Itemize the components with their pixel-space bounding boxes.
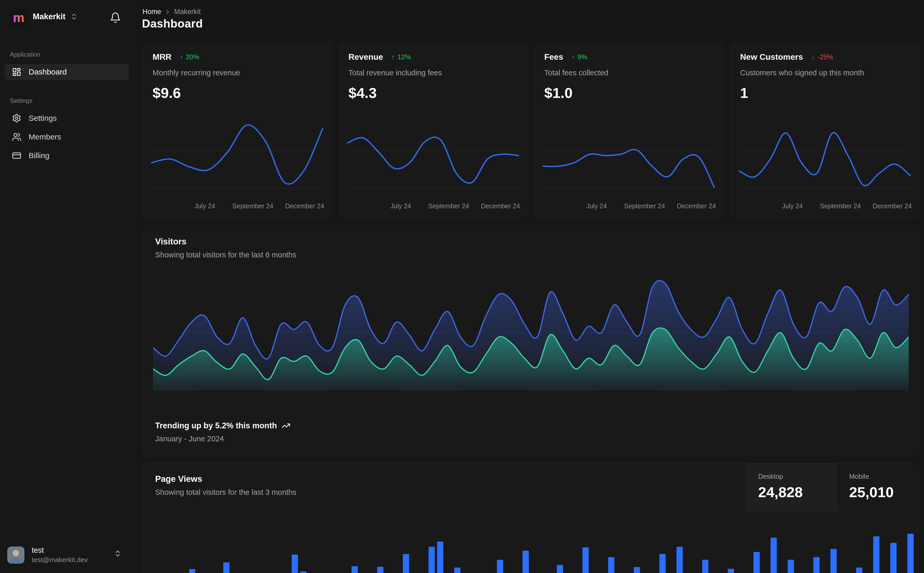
dashboard-icon [12, 67, 21, 77]
visitors-title: Visitors [155, 236, 187, 246]
sidebar-section-settings: Settings [10, 97, 33, 105]
mobile-toggle[interactable]: Mobile 25,010 [837, 463, 919, 512]
sidebar-item-billing[interactable]: Billing [5, 147, 129, 164]
stat-card-value: $1.0 [544, 85, 713, 101]
mrr-sparkline-chart [149, 115, 325, 194]
user-name: test [32, 546, 44, 554]
sidebar-item-dashboard[interactable]: Dashboard [5, 64, 129, 80]
axis-label: December 24 [285, 202, 324, 210]
stat-card-description: Customers who signed up this month [740, 69, 909, 77]
breadcrumb: Home Makerkit [143, 8, 201, 16]
x-axis: July 24 September 24 December 24 [143, 202, 331, 211]
axis-label: December 24 [481, 202, 520, 210]
sidebar-item-label: Billing [28, 151, 49, 160]
axis-label: July 24 [586, 202, 607, 210]
gear-icon [12, 114, 21, 123]
stat-card-fees: Fees ↑ 9% Total fees collected $1.0 July… [534, 42, 723, 218]
sidebar-item-label: Settings [28, 114, 56, 123]
stat-cards-row: MRR ↑ 20% Monthly recurring revenue $9.6… [143, 42, 919, 218]
trend-arrow-icon: ↑ [180, 53, 183, 61]
x-axis: July 24 September 24 December 24 [534, 202, 723, 211]
notifications-button[interactable] [109, 11, 122, 24]
visitors-period: January - June 2024 [155, 435, 224, 443]
axis-label: September 24 [624, 202, 665, 210]
visitors-subtitle: Showing total visitors for the last 6 mo… [155, 250, 296, 259]
axis-label: December 24 [677, 202, 716, 210]
stat-card-description: Monthly recurring revenue [152, 69, 321, 77]
desktop-label: Desktop [758, 473, 837, 481]
trend-arrow-icon: ↓ [811, 53, 814, 61]
page-views-header: Page Views Showing total visitors for th… [143, 463, 919, 512]
trend-badge: ↑ 20% [180, 53, 199, 61]
trend-arrow-icon: ↑ [571, 53, 575, 61]
desktop-value: 24,828 [758, 484, 837, 501]
axis-label: September 24 [232, 202, 273, 210]
user-avatar [7, 546, 24, 564]
stat-card-revenue: Revenue ↑ 12% Total revenue including fe… [339, 42, 527, 218]
workspace-name: Makerkit [33, 12, 66, 21]
bell-icon [110, 12, 121, 23]
stat-card-title: MRR [152, 52, 171, 62]
visitors-trending: Trending up by 5.2% this month [155, 421, 290, 431]
user-email: test@makerkit.dev [32, 556, 88, 564]
chevrons-up-down-icon [70, 13, 78, 20]
x-axis: July 24 September 24 December 24 [339, 202, 527, 211]
trend-badge: ↑ 12% [391, 53, 411, 61]
breadcrumb-current: Makerkit [174, 8, 201, 16]
axis-label: December 24 [873, 202, 912, 210]
dashboard-page: m Makerkit Application Dashboard Setting… [0, 0, 924, 573]
customers-sparkline-chart [737, 115, 912, 194]
workspace-selector[interactable]: Makerkit [33, 12, 78, 21]
sidebar-item-label: Members [28, 133, 61, 141]
credit-card-icon [12, 151, 21, 160]
trend-delta: 12% [397, 53, 411, 61]
axis-label: July 24 [391, 202, 411, 210]
trend-badge: ↑ 9% [571, 53, 587, 61]
revenue-sparkline-chart [345, 115, 521, 194]
sidebar-item-settings[interactable]: Settings [5, 110, 129, 126]
trend-arrow-icon: ↑ [391, 53, 395, 61]
trend-badge: ↓ -25% [811, 53, 833, 61]
page-title: Dashboard [142, 17, 203, 30]
page-views-card: Page Views Showing total visitors for th… [143, 463, 919, 573]
chevron-right-icon [164, 9, 171, 15]
page-views-title: Page Views [155, 474, 202, 484]
main-content: Home Makerkit Dashboard MRR ↑ 20% Monthl… [133, 0, 924, 573]
device-toggle-group: Desktop 24,828 Mobile 25,010 [746, 463, 919, 512]
sidebar-header: m Makerkit [0, 7, 133, 30]
x-axis: July 24 September 24 December 24 [730, 202, 919, 211]
trend-delta: 9% [577, 53, 587, 61]
sidebar: m Makerkit Application Dashboard Setting… [0, 0, 134, 573]
stat-card-title: New Customers [740, 52, 803, 62]
page-views-subtitle: Showing total visitors for the last 3 mo… [155, 488, 296, 496]
mobile-label: Mobile [849, 473, 919, 481]
stat-card-title: Fees [544, 52, 563, 62]
stat-card-description: Total revenue including fees [348, 69, 517, 77]
chevrons-up-down-icon [114, 550, 122, 557]
stat-card-mrr: MRR ↑ 20% Monthly recurring revenue $9.6… [143, 42, 331, 218]
sidebar-item-members[interactable]: Members [5, 129, 129, 145]
makerkit-logo: m [9, 8, 28, 27]
stat-card-description: Total fees collected [544, 69, 713, 77]
visitors-area-chart [153, 275, 909, 391]
breadcrumb-home[interactable]: Home [143, 8, 161, 16]
axis-label: July 24 [782, 202, 803, 210]
trend-delta: 20% [186, 53, 199, 61]
stat-card-title: Revenue [348, 52, 383, 62]
sidebar-section-application: Application [10, 51, 40, 58]
stat-card-value: $9.6 [152, 85, 321, 101]
mobile-value: 25,010 [849, 484, 919, 501]
visitors-trending-text: Trending up by 5.2% this month [155, 421, 277, 431]
axis-label: September 24 [428, 202, 469, 210]
axis-label: September 24 [820, 202, 861, 210]
user-menu[interactable]: test test@makerkit.dev [0, 539, 133, 573]
visitors-card: Visitors Showing total visitors for the … [143, 225, 919, 456]
users-icon [12, 132, 21, 142]
logo-letter: m [13, 11, 24, 24]
stat-card-new-customers: New Customers ↓ -25% Customers who signe… [730, 42, 919, 218]
stat-card-value: $4.3 [348, 85, 517, 101]
trend-delta: -25% [817, 53, 833, 61]
stat-card-value: 1 [740, 85, 909, 101]
desktop-toggle[interactable]: Desktop 24,828 [746, 463, 837, 512]
axis-label: July 24 [195, 202, 215, 210]
